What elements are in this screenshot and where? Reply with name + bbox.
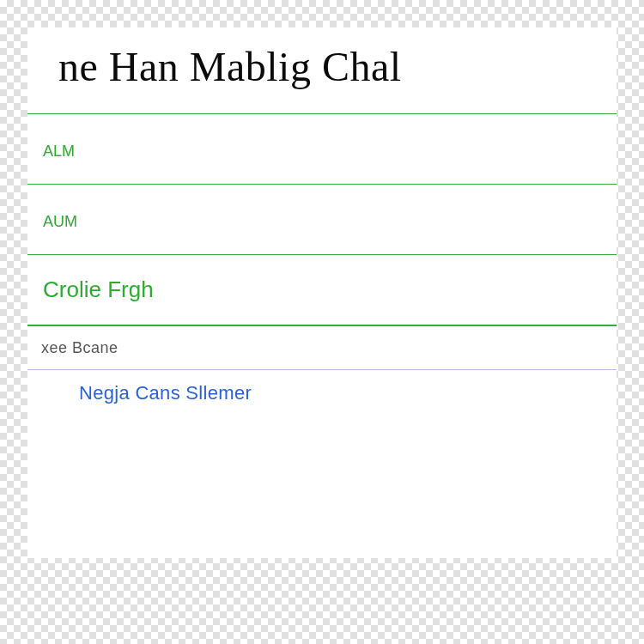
dropdown-selected-value: xee Bcane bbox=[41, 339, 118, 357]
option-list: alm aum Crolie Frgh xee Bcane bbox=[27, 113, 617, 370]
list-item[interactable]: Crolie Frgh bbox=[27, 254, 617, 325]
list-item[interactable]: alm bbox=[27, 113, 617, 185]
list-item-label: Crolie Frgh bbox=[43, 276, 154, 303]
footer-link[interactable]: Negja Cans Sllemer bbox=[79, 382, 252, 404]
content-panel: ne Han Mablig Chal alm aum Crolie Frgh x… bbox=[27, 27, 617, 558]
footer-link-row: Negja Cans Sllemer bbox=[27, 370, 617, 404]
dropdown-field[interactable]: xee Bcane bbox=[27, 325, 617, 370]
list-item[interactable]: aum bbox=[27, 184, 617, 255]
page-title: ne Han Mablig Chal bbox=[27, 27, 617, 114]
list-item-label: aum bbox=[43, 206, 77, 233]
list-item-label: alm bbox=[43, 136, 75, 162]
